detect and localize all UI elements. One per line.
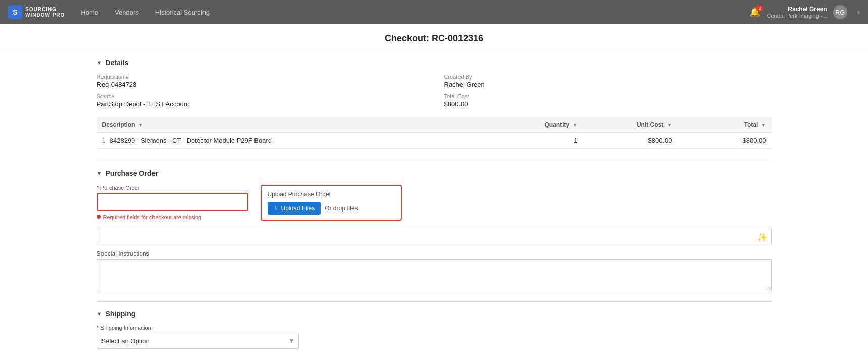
user-name: Rachel Green — [767, 6, 827, 13]
req-label: Requisition # — [97, 74, 424, 80]
upload-icon: ⇧ — [274, 205, 279, 212]
billing-row: ✨ — [97, 229, 772, 245]
details-chevron-icon: ▼ — [97, 60, 103, 66]
po-section-label: Purchase Order — [105, 169, 158, 177]
shipping-select[interactable]: Select an Option — [97, 333, 299, 349]
nav-home[interactable]: Home — [81, 9, 98, 16]
th-description: Description ▼ — [97, 117, 502, 133]
total-cost-label: Total Cost — [444, 93, 772, 99]
notification-badge: 2 — [756, 5, 763, 12]
quantity-sort-icon[interactable]: ▼ — [573, 122, 578, 128]
source-value: PartStop Depot - TEST Account — [97, 100, 424, 108]
shipping-chevron-icon: ▼ — [97, 311, 103, 317]
shipping-select-wrap: Select an Option ▼ — [97, 333, 299, 349]
po-input-wrap — [97, 193, 248, 211]
section-divider — [97, 161, 772, 161]
total-cost-item: Total Cost $800.00 — [444, 93, 772, 108]
cell-unit-cost: $800.00 — [582, 133, 677, 149]
total-cost-value: $800.00 — [444, 100, 772, 108]
logo: S SOURCING WINDOW PRO — [8, 5, 65, 19]
logo-icon: S — [8, 5, 22, 19]
line-items-table: Description ▼ Quantity ▼ Unit Cost ▼ Tot… — [97, 117, 772, 149]
th-quantity: Quantity ▼ — [501, 117, 582, 133]
notification-icon[interactable]: 🔔 2 — [749, 7, 760, 18]
source-label: Source — [97, 93, 424, 99]
cell-quantity: 1 — [501, 133, 582, 149]
shipping-section: ▼ Shipping * Shipping Information Select… — [97, 310, 772, 349]
po-error-row: Required fields for checkout are missing — [97, 213, 248, 220]
billing-input-wrap: ✨ — [97, 229, 772, 245]
po-right: Upload Purchase Order ⇧ Upload Files Or … — [261, 185, 402, 221]
created-by-item: Created By Rachel Green — [444, 74, 772, 88]
shipping-field-label: * Shipping Information — [97, 325, 772, 331]
po-chevron-icon: ▼ — [97, 170, 103, 176]
upload-files-button[interactable]: ⇧ Upload Files — [268, 202, 321, 215]
req-value: Req-0484728 — [97, 81, 424, 88]
special-instructions-row: Special Instructions — [97, 250, 772, 293]
upload-actions: ⇧ Upload Files Or drop files — [268, 202, 395, 215]
shipping-section-header[interactable]: ▼ Shipping — [97, 310, 772, 318]
special-instructions-input[interactable] — [97, 259, 772, 291]
created-label: Created By — [444, 74, 772, 80]
special-instructions-label: Special Instructions — [97, 250, 772, 257]
upload-po-label: Upload Purchase Order — [268, 191, 395, 198]
th-total: Total ▼ — [677, 117, 771, 133]
total-sort-icon[interactable]: ▼ — [761, 122, 767, 128]
user-org: Central Perk Imaging -... — [767, 13, 827, 19]
shipping-divider — [97, 301, 772, 302]
logo-text: SOURCING WINDOW PRO — [25, 7, 65, 18]
details-section-header[interactable]: ▼ Details — [97, 58, 772, 67]
main-content: ▼ Details Requisition # Req-0484728 Crea… — [81, 50, 788, 356]
page-title: Checkout: RC-0012316 — [0, 24, 868, 50]
th-unit-cost: Unit Cost ▼ — [582, 117, 677, 133]
navbar: S SOURCING WINDOW PRO Home Vendors Histo… — [0, 0, 868, 24]
billing-input[interactable] — [97, 229, 772, 245]
po-field-label: * Purchase Order — [97, 185, 248, 191]
navbar-right: 🔔 2 Rachel Green Central Perk Imaging -.… — [749, 5, 860, 19]
po-row: * Purchase Order Required fields for che… — [97, 185, 772, 221]
po-error-text: Required fields for checkout are missing — [103, 214, 202, 220]
details-grid: Requisition # Req-0484728 Created By Rac… — [97, 74, 772, 108]
cell-description: 18428299 - Siemens - CT - Detector Modul… — [97, 133, 502, 149]
or-drop-label: Or drop files — [325, 205, 358, 212]
po-section: ▼ Purchase Order * Purchase Order Requir… — [97, 169, 772, 221]
nav-historical-sourcing[interactable]: Historical Sourcing — [155, 9, 210, 16]
nav-vendors[interactable]: Vendors — [115, 9, 139, 16]
chevron-right-icon[interactable]: › — [857, 8, 860, 17]
unit-cost-sort-icon[interactable]: ▼ — [667, 122, 672, 128]
requisition-item: Requisition # Req-0484728 — [97, 74, 424, 88]
table-row: 18428299 - Siemens - CT - Detector Modul… — [97, 133, 772, 149]
shipping-section-label: Shipping — [105, 310, 135, 318]
upload-po-box: Upload Purchase Order ⇧ Upload Files Or … — [261, 185, 402, 221]
user-avatar[interactable]: RG — [833, 5, 847, 19]
po-left: * Purchase Order Required fields for che… — [97, 185, 248, 220]
cell-total: $800.00 — [677, 133, 771, 149]
created-value: Rachel Green — [444, 81, 772, 88]
user-info: Rachel Green Central Perk Imaging -... — [767, 6, 827, 19]
source-item: Source PartStop Depot - TEST Account — [97, 93, 424, 108]
po-input[interactable] — [98, 194, 247, 210]
po-section-header[interactable]: ▼ Purchase Order — [97, 169, 772, 177]
navbar-left: S SOURCING WINDOW PRO Home Vendors Histo… — [8, 5, 210, 19]
description-sort-icon[interactable]: ▼ — [138, 122, 143, 128]
error-dot — [97, 215, 101, 219]
details-section-label: Details — [105, 58, 128, 67]
